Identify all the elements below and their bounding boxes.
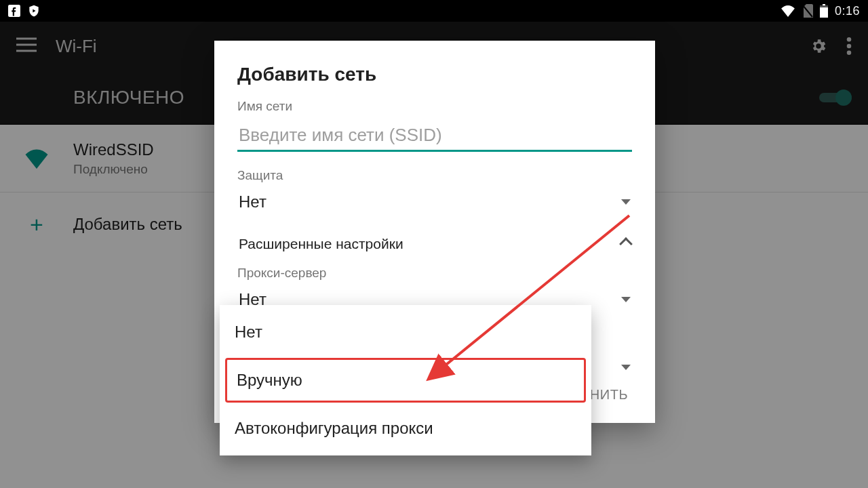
ssid-field-label: Имя сети xyxy=(237,99,632,114)
dialog-title: Добавить сеть xyxy=(237,64,632,85)
status-clock: 0:16 xyxy=(835,4,860,18)
proxy-dropdown-menu: Нет Вручную Автоконфигурация прокси xyxy=(220,305,591,455)
advanced-label: Расширенные настройки xyxy=(239,236,403,252)
dropdown-arrow-icon xyxy=(621,199,631,205)
svg-rect-3 xyxy=(823,4,825,5)
svg-rect-4 xyxy=(820,5,828,7)
battery-icon xyxy=(820,4,828,18)
proxy-option-manual[interactable]: Вручную xyxy=(225,358,586,403)
dropdown-arrow-icon xyxy=(621,297,631,302)
android-status-bar: 0:16 xyxy=(0,0,868,22)
proxy-option-autoconfig[interactable]: Автоконфигурация прокси xyxy=(220,405,591,451)
proxy-field-label: Прокси-сервер xyxy=(237,266,632,281)
chevron-up-icon xyxy=(619,237,633,251)
ssid-input[interactable] xyxy=(237,118,632,152)
wifi-full-icon xyxy=(781,5,795,17)
security-select-value: Нет xyxy=(239,192,267,211)
dropdown-arrow-icon xyxy=(621,365,631,370)
shield-play-icon xyxy=(27,4,41,18)
security-select[interactable]: Нет xyxy=(237,183,632,217)
security-field-label: Защита xyxy=(237,168,632,183)
advanced-expand-row[interactable]: Расширенные настройки xyxy=(237,217,632,259)
proxy-option-none[interactable]: Нет xyxy=(220,309,591,355)
no-sim-icon xyxy=(802,4,813,18)
facebook-icon xyxy=(8,5,20,17)
